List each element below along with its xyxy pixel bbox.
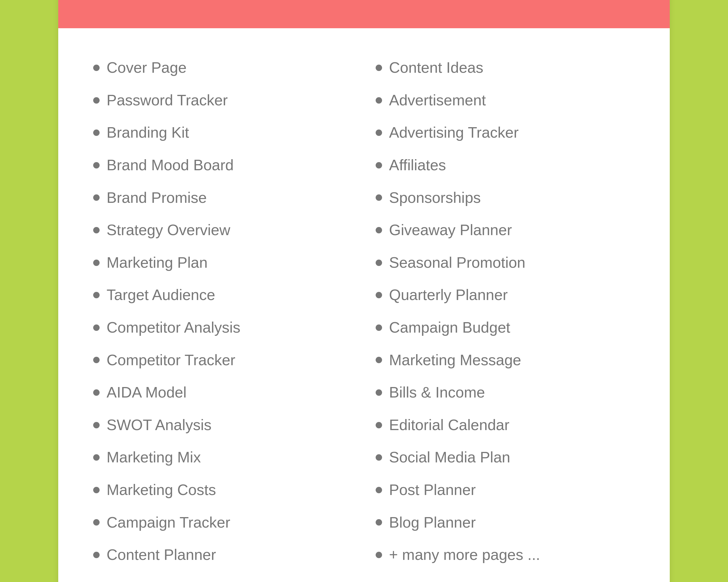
list-item: Branding Kit [93, 116, 353, 149]
bullet-icon [93, 292, 100, 298]
bullet-icon [93, 357, 100, 363]
item-label: AIDA Model [107, 383, 187, 403]
list-item: Editorial Calendar [375, 409, 635, 441]
main-card: Cover Page Password Tracker Branding Kit… [58, 0, 670, 582]
list-item: Advertisement [375, 84, 635, 117]
item-label: Competitor Analysis [107, 318, 240, 337]
list-item: AIDA Model [93, 376, 353, 409]
item-label: Advertisement [389, 90, 486, 110]
item-label: Campaign Tracker [107, 513, 230, 532]
item-label: Social Media Plan [389, 448, 510, 467]
bullet-icon [93, 552, 100, 558]
item-label: Cover Page [107, 58, 187, 78]
bullet-icon [375, 487, 382, 493]
list-item: Marketing Plan [93, 247, 353, 279]
bullet-icon [375, 259, 382, 266]
item-label: Post Planner [389, 480, 476, 500]
list-item: Seasonal Promotion [375, 247, 635, 279]
item-label: Affiliates [389, 156, 446, 175]
item-label: Content Planner [107, 545, 216, 565]
item-label: Marketing Message [389, 350, 521, 370]
bullet-icon [93, 64, 100, 71]
list-item: Content Ideas [375, 52, 635, 84]
list-item: + many more pages ... [375, 538, 635, 571]
list-item: Marketing Message [375, 344, 635, 377]
list-item: Competitor Analysis [93, 311, 353, 344]
item-label: Campaign Budget [389, 318, 510, 337]
bullet-icon [375, 162, 382, 168]
item-label: + many more pages ... [389, 545, 540, 565]
card-header [58, 0, 670, 28]
list-item: Quarterly Planner [375, 279, 635, 311]
right-column: Content Ideas Advertisement Advertising … [375, 52, 635, 571]
list-item: Strategy Overview [93, 214, 353, 247]
bullet-icon [375, 97, 382, 104]
bullet-icon [375, 454, 382, 461]
bullet-icon [375, 325, 382, 331]
bullet-icon [375, 64, 382, 71]
bullet-icon [375, 130, 382, 136]
list-item: Campaign Tracker [93, 506, 353, 539]
item-label: Competitor Tracker [107, 350, 235, 370]
item-label: SWOT Analysis [107, 415, 211, 435]
item-label: Editorial Calendar [389, 415, 509, 435]
list-item: Social Media Plan [375, 441, 635, 474]
list-item: Competitor Tracker [93, 344, 353, 377]
list-item: Content Planner [93, 538, 353, 571]
item-label: Sponsorships [389, 188, 481, 208]
item-label: Seasonal Promotion [389, 253, 525, 273]
item-label: Marketing Plan [107, 253, 208, 273]
list-item: Post Planner [375, 474, 635, 506]
bullet-icon [93, 454, 100, 461]
list-item: Password Tracker [93, 84, 353, 117]
bullet-icon [93, 97, 100, 104]
left-column: Cover Page Password Tracker Branding Kit… [93, 52, 353, 571]
bullet-icon [93, 487, 100, 493]
item-label: Quarterly Planner [389, 285, 508, 305]
list-item: Bills & Income [375, 376, 635, 409]
item-label: Bills & Income [389, 383, 485, 403]
list-item: Affiliates [375, 149, 635, 182]
bullet-icon [375, 194, 382, 201]
bullet-icon [93, 194, 100, 201]
list-item: Brand Mood Board [93, 149, 353, 182]
list-item: Brand Promise [93, 182, 353, 214]
bullet-icon [375, 292, 382, 298]
list-item: Advertising Tracker [375, 116, 635, 149]
item-label: Giveaway Planner [389, 220, 512, 240]
bullet-icon [93, 227, 100, 233]
bullet-icon [375, 519, 382, 526]
item-label: Password Tracker [107, 90, 228, 110]
item-label: Target Audience [107, 285, 215, 305]
bullet-icon [375, 357, 382, 363]
item-label: Blog Planner [389, 513, 476, 532]
bullet-icon [375, 227, 382, 233]
list-item: Cover Page [93, 52, 353, 84]
list-item: Blog Planner [375, 506, 635, 539]
list-item: Marketing Costs [93, 474, 353, 506]
bullet-icon [93, 130, 100, 136]
list-item: Target Audience [93, 279, 353, 311]
bullet-icon [93, 519, 100, 526]
list-item: SWOT Analysis [93, 409, 353, 441]
item-label: Content Ideas [389, 58, 484, 78]
item-label: Advertising Tracker [389, 123, 519, 143]
item-label: Marketing Costs [107, 480, 216, 500]
bullet-icon [93, 162, 100, 168]
item-label: Strategy Overview [107, 220, 230, 240]
list-item: Marketing Mix [93, 441, 353, 474]
item-label: Brand Promise [107, 188, 207, 208]
bullet-icon [375, 422, 382, 428]
card-body: Cover Page Password Tracker Branding Kit… [58, 28, 670, 582]
item-label: Branding Kit [107, 123, 189, 143]
list-item: Campaign Budget [375, 311, 635, 344]
bullet-icon [93, 259, 100, 266]
item-label: Marketing Mix [107, 448, 201, 467]
item-label: Brand Mood Board [107, 156, 234, 175]
list-item: Sponsorships [375, 182, 635, 214]
bullet-icon [375, 389, 382, 396]
list-item: Giveaway Planner [375, 214, 635, 247]
bullet-icon [93, 389, 100, 396]
bullet-icon [375, 552, 382, 558]
bullet-icon [93, 325, 100, 331]
